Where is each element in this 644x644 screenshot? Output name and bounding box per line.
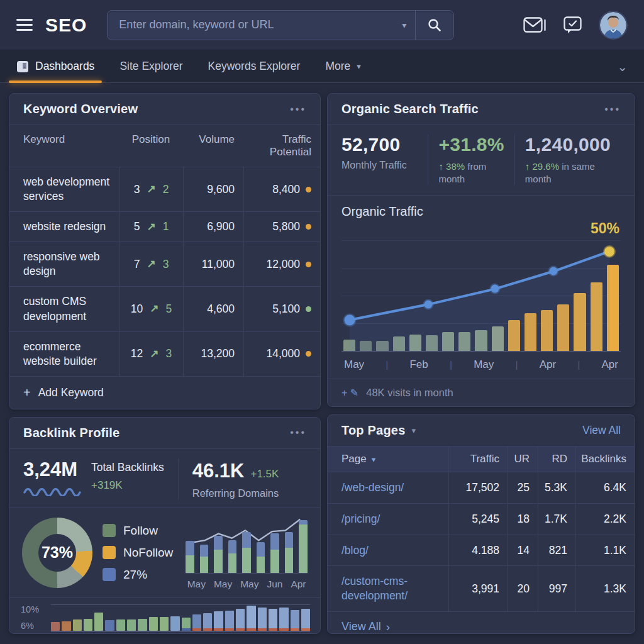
panel-title: Keyword Overview — [23, 102, 138, 116]
rd-cell: 5.3K — [538, 472, 575, 503]
mini-chart-bars — [186, 518, 308, 574]
position-cell: 105 — [119, 286, 183, 331]
line-end-dot — [604, 247, 614, 257]
column-header[interactable]: Traffic — [448, 447, 508, 472]
volume-cell: 9,600 — [183, 167, 243, 211]
strip-bar — [127, 619, 136, 631]
annotation-pencil-icon[interactable] — [341, 387, 358, 399]
total-backlinks-delta: +319K — [91, 479, 164, 492]
legend-item-follow: Follow — [103, 524, 173, 538]
backlinks-cell: 1.3K — [575, 565, 635, 611]
strip-bar — [236, 609, 245, 630]
top-bar: SEO ▾ — [0, 0, 644, 50]
primary-nav: Dashboards Site Explorer Keywords Explor… — [0, 50, 644, 83]
other-swatch — [103, 568, 116, 581]
panel-menu-icon[interactable] — [604, 104, 621, 115]
panel-title: Top Pages — [341, 423, 405, 438]
trend-up-icon — [147, 182, 155, 196]
nav-item-site-explorer[interactable]: Site Explorer — [119, 50, 182, 82]
x-axis-label: Apr — [291, 579, 306, 590]
follow-swatch — [103, 524, 116, 537]
nav-label: More — [325, 60, 350, 73]
page-link[interactable]: /web-design/ — [328, 472, 448, 503]
mini-stacked-bar — [257, 518, 265, 573]
potential-status-dot — [306, 262, 311, 267]
chevron-down-icon[interactable]: ▾ — [402, 20, 406, 30]
x-axis-label: May — [214, 579, 232, 590]
nav-label: Dashboards — [35, 60, 94, 73]
strip-legend: May 3 Total New — [17, 632, 310, 634]
x-axis-label: Feb — [409, 358, 428, 371]
donut-legend: Follow NoFollow 27% — [103, 524, 173, 582]
strip-bar — [138, 619, 147, 631]
referring-domains-value: 46.1K — [192, 460, 245, 482]
strip-bar — [62, 621, 70, 630]
view-all-footer-link[interactable]: View All — [328, 611, 635, 634]
axis-tick: | — [386, 360, 388, 370]
potential-status-dot — [306, 224, 311, 230]
backlinks-cell: 6.4K — [575, 472, 635, 503]
column-header-page[interactable]: Page▾ — [328, 447, 448, 472]
nav-item-dashboards[interactable]: Dashboards — [16, 50, 94, 82]
user-avatar[interactable] — [599, 11, 628, 40]
page-link[interactable]: /pricing/ — [328, 503, 448, 535]
ur-cell: 20 — [508, 565, 538, 611]
rd-cell: 821 — [538, 535, 575, 566]
keyword-link[interactable]: ecommerce website builder — [9, 331, 119, 376]
keyword-link[interactable]: web development services — [9, 167, 119, 211]
keyword-table: Keyword Position Volume Traffic Potentia… — [9, 125, 320, 376]
add-keyword-button[interactable]: Add Keyword — [9, 376, 320, 409]
potential-status-dot — [306, 351, 311, 357]
mail-button[interactable] — [523, 17, 547, 33]
messages-button[interactable] — [564, 16, 582, 34]
x-axis-label: May — [187, 579, 206, 590]
column-header[interactable]: RD — [538, 447, 575, 472]
column-header: Keyword — [9, 125, 119, 167]
panel-menu-icon[interactable] — [290, 427, 306, 438]
chart-footer-note: 48K visits in month — [328, 379, 635, 406]
search-icon — [427, 18, 442, 33]
panel-menu-icon[interactable] — [290, 104, 306, 115]
rd-cell: 1.7K — [538, 503, 575, 535]
search-box[interactable]: ▾ — [107, 10, 454, 40]
referring-domains-mini-chart: MayMayMayJunApr — [183, 516, 310, 590]
growth-stat: +31.8% 38% from month — [428, 134, 514, 185]
keyword-link[interactable]: website redesign — [9, 211, 119, 242]
potential-cell: 5,800 — [243, 211, 320, 242]
volume-cell: 11,000 — [183, 242, 243, 286]
total-backlinks-value-block: 3,24M — [23, 458, 81, 496]
hamburger-menu-icon[interactable] — [16, 19, 33, 31]
view-all-link[interactable]: View All — [582, 424, 621, 437]
column-header[interactable]: UR — [508, 447, 538, 472]
strip-bars — [51, 606, 310, 631]
keyword-link[interactable]: responsive web design — [9, 242, 119, 286]
page-link[interactable]: /blog/ — [328, 535, 448, 566]
collapse-chevron-icon[interactable]: ⌄ — [617, 59, 628, 74]
impressions-stat: 1,240,000 29.6% in same month — [514, 134, 621, 185]
monthly-traffic-caption: Monthly Traffic — [341, 160, 418, 171]
position-cell: 51 — [119, 211, 183, 242]
potential-cell: 12,000 — [243, 242, 320, 286]
monthly-traffic-value: 52,700 — [341, 134, 418, 155]
keyword-link[interactable]: custom CMS development — [9, 286, 119, 331]
dashboard-icon — [16, 60, 29, 73]
nav-item-keywords-explorer[interactable]: Keywords Explorer — [208, 50, 301, 82]
chevron-down-icon[interactable]: ▾ — [411, 426, 416, 435]
sort-caret-icon: ▾ — [372, 455, 376, 464]
mini-stacked-bar — [285, 518, 294, 573]
growth-value: +31.8% — [438, 134, 504, 155]
referring-domains-block: 46.1K +1.5K Referring Domains — [192, 458, 279, 499]
strip-bar — [105, 620, 114, 631]
column-header[interactable]: Backlinks — [575, 447, 635, 472]
search-button[interactable] — [416, 11, 453, 40]
page-link[interactable]: /custom-cms-development/ — [328, 565, 448, 611]
search-input[interactable] — [108, 18, 393, 31]
strip-bar — [192, 614, 201, 631]
nofollow-swatch — [103, 546, 116, 559]
position-cell: 123 — [119, 331, 183, 376]
nav-item-more[interactable]: More ▾ — [325, 50, 360, 82]
mini-stacked-bar — [270, 518, 279, 573]
strip-bar — [170, 616, 179, 631]
arrow-up-icon — [438, 161, 446, 172]
rd-cell: 997 — [538, 565, 575, 611]
